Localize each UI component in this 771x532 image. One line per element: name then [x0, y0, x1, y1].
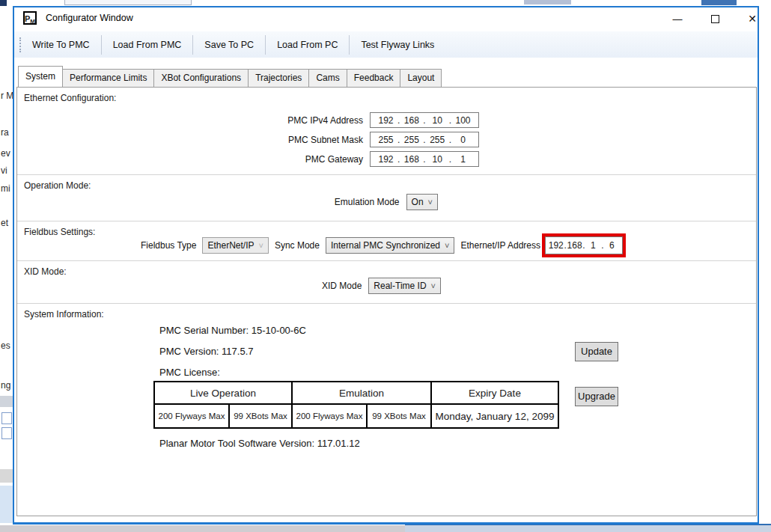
background-text-fragment: ra — [1, 127, 13, 138]
tab-strip: System Performance Limits XBot Configura… — [18, 67, 441, 87]
fieldbus-type-label: Fieldbus Type — [141, 240, 197, 251]
close-button[interactable]: ✕ — [737, 7, 767, 30]
pmc-subnet-row: PMC Subnet Mask 255.255.255.0 — [287, 132, 479, 147]
app-icon-letter-m: M — [30, 18, 35, 25]
title-bar[interactable]: PM Configurator Window — ✕ — [14, 7, 758, 30]
ip-octet: 192 — [374, 115, 397, 126]
background-text-fragment: ng — [1, 380, 13, 391]
dropdown-value: EtherNet/IP — [207, 240, 254, 251]
screen: r M ra ev vi mi et es ng PM Configurator… — [0, 0, 771, 532]
toolbar: Write To PMC Load From PMC Save To PC Lo… — [14, 31, 758, 58]
maximize-icon — [711, 15, 719, 23]
emulation-mode-label: Emulation Mode — [335, 197, 400, 207]
tab-trajectories[interactable]: Trajectories — [248, 69, 309, 87]
pmc-license-label: PMC License: — [159, 367, 220, 378]
xid-mode-section: XID Mode: XID Mode Real-Time ID ˅ — [17, 261, 756, 303]
sync-mode-dropdown[interactable]: Internal PMC Synchronized ˅ — [326, 237, 455, 254]
ip-octet: 192 — [548, 240, 564, 251]
ip-octet: 168 — [567, 240, 583, 251]
background-top-bar — [524, 0, 571, 4]
chevron-down-icon: ˅ — [428, 198, 433, 207]
ip-octet: 255 — [426, 135, 449, 145]
load-from-pc-button[interactable]: Load From PC — [266, 35, 349, 55]
background-blue-box — [0, 486, 13, 523]
fieldbus-type-dropdown[interactable]: EtherNet/IP ˅ — [202, 237, 268, 254]
system-tab-content: Ethernet Configuration: PMC IPv4 Address… — [16, 87, 757, 516]
license-table-data-row: 200 Flyways Max 99 XBots Max 200 Flyways… — [154, 404, 558, 428]
ip-octet: 168 — [400, 154, 423, 165]
background-text-fragment: es — [1, 340, 13, 351]
background-mini-box — [1, 427, 12, 439]
operation-mode-section: Operation Mode: Emulation Mode On ˅ — [17, 175, 756, 221]
ip-octet: 1 — [451, 154, 475, 165]
ip-octet: 100 — [451, 115, 475, 126]
license-table-header-row: Live Operation Emulation Expiry Date — [154, 382, 558, 404]
background-text-fragment: r M — [1, 91, 13, 101]
background-bottom-left-strip — [0, 525, 405, 532]
dropdown-value: Internal PMC Synchronized — [331, 240, 440, 251]
header-expiry-date: Expiry Date — [431, 382, 558, 404]
test-flyway-links-button[interactable]: Test Flyway Links — [350, 35, 445, 55]
background-text-fragment: mi — [1, 183, 13, 194]
dropdown-value: Real-Time ID — [374, 281, 426, 291]
background-text-fragment: ev — [1, 148, 13, 159]
pmc-gateway-label: PMC Gateway — [305, 154, 363, 165]
ip-octet: 255 — [400, 135, 423, 145]
pmc-gateway-input[interactable]: 192.168.10.1 — [370, 151, 479, 167]
ethernet-ip-address-label: Ethernet/IP Address — [460, 240, 540, 251]
background-text-fragment: et — [1, 218, 13, 228]
tab-layout[interactable]: Layout — [400, 69, 442, 87]
write-to-pmc-button[interactable]: Write To PMC — [21, 35, 101, 55]
ip-octet: 10 — [426, 154, 449, 165]
xid-mode-row: XID Mode Real-Time ID ˅ — [17, 278, 756, 294]
highlight-annotation-box: 192.168.1.6 — [542, 233, 626, 257]
xid-mode-label: XID Mode — [322, 281, 362, 291]
background-text-fragment: vi — [1, 165, 13, 176]
header-live-operation: Live Operation — [154, 382, 292, 404]
background-navy-square — [0, 0, 7, 6]
license-table: Live Operation Emulation Expiry Date 200… — [153, 381, 559, 429]
pmc-serial-number: PMC Serial Number: 15-10-00-6C — [159, 325, 306, 336]
tab-feedback[interactable]: Feedback — [347, 69, 401, 87]
update-button[interactable]: Update — [575, 342, 618, 361]
pmc-ipv4-input[interactable]: 192.168.10.100 — [370, 112, 479, 128]
background-blue-bar — [701, 0, 737, 5]
emulation-flyways-cell: 200 Flyways Max — [292, 404, 367, 428]
minimize-button[interactable]: — — [662, 7, 692, 30]
software-version: Planar Motor Tool Software Version: 117.… — [159, 438, 360, 449]
system-information-section: System Information: PMC Serial Number: 1… — [17, 304, 756, 517]
xid-mode-dropdown[interactable]: Real-Time ID ˅ — [368, 278, 441, 294]
ip-octet: 192 — [374, 154, 397, 165]
tab-xbot-configurations[interactable]: XBot Configurations — [153, 69, 249, 87]
load-from-pmc-button[interactable]: Load From PMC — [102, 35, 193, 55]
expiry-date-cell: Monday, January 12, 2099 — [431, 404, 558, 428]
tab-performance-limits[interactable]: Performance Limits — [62, 69, 154, 87]
background-mini-box — [1, 412, 12, 424]
section-title: XID Mode: — [24, 266, 67, 277]
upgrade-button[interactable]: Upgrade — [575, 387, 618, 406]
ethernet-ip-address-input[interactable]: 192.168.1.6 — [545, 236, 623, 254]
pmc-version: PMC Version: 117.5.7 — [159, 346, 254, 357]
close-icon: ✕ — [748, 13, 757, 25]
ip-octet: 168 — [400, 115, 423, 126]
save-to-pc-button[interactable]: Save To PC — [193, 35, 265, 55]
maximize-button[interactable] — [700, 7, 730, 30]
ip-octet: 6 — [604, 240, 621, 251]
section-title: System Information: — [24, 309, 104, 319]
minimize-icon: — — [673, 13, 683, 25]
header-emulation: Emulation — [292, 382, 431, 404]
pmc-subnet-label: PMC Subnet Mask — [288, 135, 363, 145]
tab-cams[interactable]: Cams — [308, 69, 347, 87]
section-title: Ethernet Configuration: — [24, 93, 116, 103]
pmc-subnet-input[interactable]: 255.255.255.0 — [370, 132, 479, 147]
pmc-gateway-row: PMC Gateway 192.168.10.1 — [287, 151, 479, 167]
sync-mode-label: Sync Mode — [275, 240, 320, 251]
ip-octet: 1 — [585, 240, 602, 251]
app-icon: PM — [23, 11, 37, 25]
window-title: Configurator Window — [46, 13, 133, 23]
dropdown-value: On — [412, 197, 424, 207]
ethernet-fields: PMC IPv4 Address 192.168.10.100 PMC Subn… — [287, 112, 479, 167]
emulation-mode-dropdown[interactable]: On ˅ — [406, 194, 438, 210]
background-gray-box — [0, 469, 13, 483]
tab-system[interactable]: System — [18, 66, 63, 87]
